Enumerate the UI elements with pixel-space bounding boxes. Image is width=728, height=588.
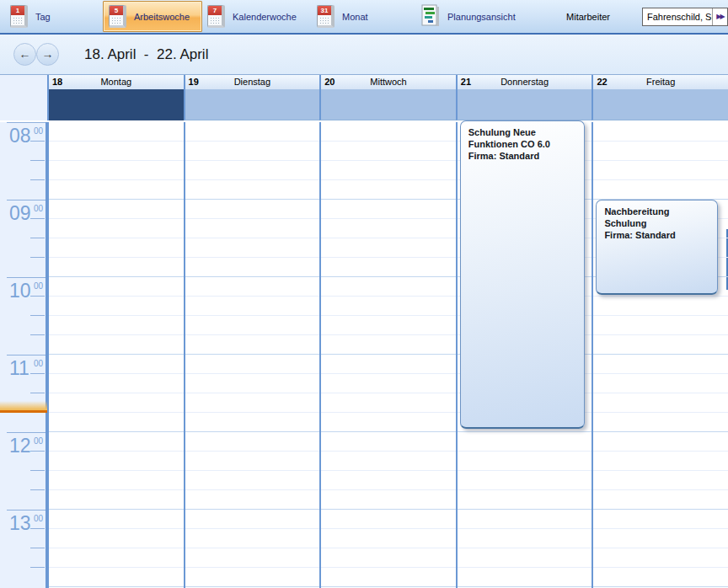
day-number: 22 [597,77,607,87]
gutter-minutes-label: 00 [34,126,43,136]
quarter-tick [30,257,45,258]
day-name: Donnerstag [458,77,592,87]
calendar-icon: 31 [317,5,335,28]
day-header-freitag[interactable]: 22Freitag [592,75,728,89]
view-tab-label: Tag [35,12,51,22]
day-name: Dienstag [185,77,320,87]
view-tab-arbeitswoche[interactable]: 5Arbeitswoche [103,1,202,32]
gutter-hour-line [7,510,46,510]
calendar-icon-number: 1 [11,6,24,15]
quarter-tick [30,238,45,238]
gutter-hour-line [7,432,46,433]
prev-week-button[interactable]: ← [13,43,36,66]
day-number: 21 [461,77,471,87]
calendar-icon: 1 [10,5,28,28]
calendar-icon: 7 [207,5,225,28]
date-navbar: ← → 18. April - 22. April [0,35,728,74]
calendar-icon-grid [13,17,23,24]
scheduler-app: 1Tag5Arbeitswoche7Kalenderwoche31MonatPl… [0,0,728,588]
date-range-label: 18. April - 22. April [84,46,208,63]
appointment[interactable]: Schulung Neue Funktionen CO 6.0Firma: St… [460,120,586,429]
next-week-button[interactable]: → [36,43,59,66]
appointment-detail: Firma: Standard [468,151,577,163]
gutter-hour-label: 08 [9,125,31,147]
quarter-tick [30,141,45,142]
quarter-tick [30,567,45,568]
view-tab-kalenderwoche[interactable]: 7Kalenderwoche [202,1,312,32]
quarter-tick [30,489,45,490]
view-tab-monat[interactable]: 31Monat [312,1,393,32]
view-tab-planungsansicht[interactable]: Planungsansicht [416,1,551,32]
gutter-minutes-label: 00 [34,359,43,368]
day-column-freitag[interactable]: Nachbereitung SchulungFirma: Standard [592,122,728,588]
gutter-minutes-label: 00 [34,436,43,446]
allday-cell-dienstag[interactable] [184,89,320,120]
view-tab-label: Planungsansicht [447,12,516,22]
allday-cell-freitag[interactable] [592,89,728,120]
quarter-tick [30,393,45,393]
employee-combo-value: Fahrenschild, Si [643,12,712,22]
toolbar: 1Tag5Arbeitswoche7Kalenderwoche31MonatPl… [0,0,728,35]
quarter-tick [30,160,45,161]
gutter-minutes-label: 00 [34,204,43,213]
employee-combo-expand-icon[interactable]: ▶▶ [712,8,727,25]
arrow-left-icon: ← [19,47,31,61]
day-name: Mittwoch [321,77,456,87]
gutter-hour-line [7,355,46,355]
day-name: Montag [49,77,184,87]
day-header-dienstag[interactable]: 19Dienstag [184,75,320,89]
allday-cell-donnerstag[interactable] [456,89,592,120]
gantt-chart-icon [421,4,440,29]
gutter-hour-line [7,200,46,200]
allday-row [0,89,728,120]
gutter-corner-allday [0,89,47,120]
quarter-tick [30,373,45,374]
view-tab-label: Monat [342,12,368,22]
appointment-detail: Firma: Standard [604,230,709,242]
employee-label: Mitarbeiter [566,12,610,22]
quarter-tick [30,315,45,316]
day-column-donnerstag[interactable]: Schulung Neue Funktionen CO 6.0Firma: St… [456,122,592,588]
gutter-hour-09: 0900 [0,200,46,277]
gutter-hour-12: 1200 [0,432,46,510]
calendar-icon-number: 7 [208,6,222,15]
gutter-hour-13: 1300 [0,510,46,587]
gutter-hour-10: 1000 [0,277,46,355]
day-header-montag[interactable]: 18Montag [47,75,184,89]
calendar-icon-grid [210,17,220,24]
gutter-hour-line [7,122,46,123]
employee-combo[interactable]: Fahrenschild, Si ▶▶ [642,8,728,26]
day-column-mittwoch[interactable] [319,122,456,588]
gutter-hour-label: 12 [9,435,31,457]
current-time-indicator [0,401,47,413]
day-name: Freitag [593,77,728,87]
calendar-icon-number: 5 [110,6,123,15]
day-column-dienstag[interactable] [184,122,320,588]
view-tabs: 1Tag5Arbeitswoche7Kalenderwoche31MonatPl… [0,1,551,32]
day-number: 20 [324,77,335,87]
time-grid: 080009001000110012001300 Schulung Neue F… [0,122,728,588]
gutter-hour-11: 1100 [0,355,46,432]
appointment[interactable]: Nachbereitung SchulungFirma: Standard [596,200,718,295]
gutter-hour-label: 09 [9,202,31,225]
calendar-icon-grid [319,17,329,24]
allday-cell-montag[interactable] [47,89,184,120]
gutter-hour-label: 11 [9,357,29,380]
view-tab-label: Arbeitswoche [134,12,190,22]
view-tab-label: Kalenderwoche [233,12,297,22]
day-column-montag[interactable] [47,122,184,588]
day-number: 19 [189,77,199,87]
gutter-hour-label: 13 [9,512,31,535]
gutter-corner [0,75,47,89]
view-tab-tag[interactable]: 1Tag [5,1,103,32]
calendar-icon-number: 31 [318,6,331,15]
appointment-title: Schulung Neue Funktionen CO 6.0 [468,127,577,151]
arrow-right-icon: → [42,47,54,61]
allday-cell-mittwoch[interactable] [319,89,456,120]
day-header-mittwoch[interactable]: 20Mittwoch [319,75,456,89]
day-header-row: 18Montag19Dienstag20Mittwoch21Donnerstag… [0,74,728,89]
calendar-icon-grid [111,17,121,24]
day-header-donnerstag[interactable]: 21Donnerstag [456,75,592,89]
quarter-tick [30,218,45,219]
gutter-hour-label: 10 [9,280,31,302]
